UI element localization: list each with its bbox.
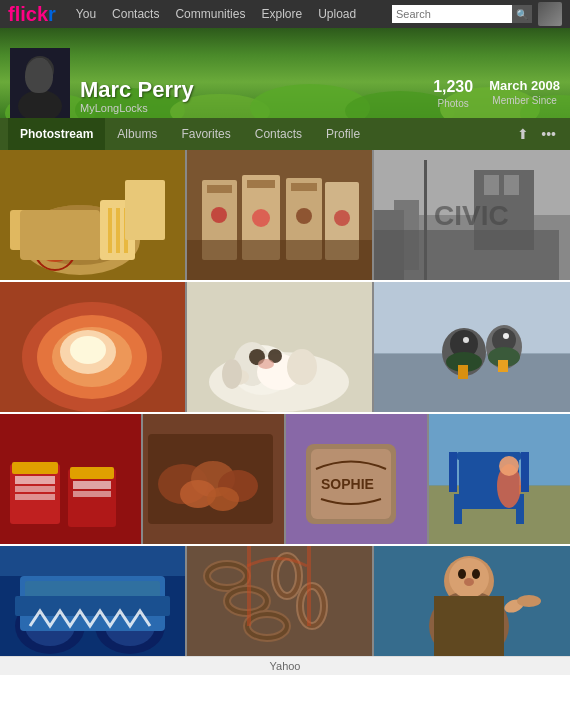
photo-monster-truck[interactable] [0, 546, 185, 656]
svg-rect-132 [307, 546, 311, 626]
subnav-albums[interactable]: Albums [105, 118, 169, 150]
member-date: March 2008 [489, 78, 560, 93]
logo-blue: r [48, 3, 56, 25]
svg-point-139 [472, 569, 480, 579]
photo-duck[interactable] [374, 282, 570, 412]
profile-username: MyLongLocks [80, 102, 194, 114]
svg-point-61 [222, 359, 242, 389]
photo-svg-10 [429, 414, 570, 544]
svg-rect-131 [247, 546, 251, 626]
photo-row-1: CIVIC [0, 150, 570, 280]
svg-rect-26 [247, 180, 275, 188]
profile-avatar[interactable] [10, 48, 70, 118]
subnav-profile[interactable]: Profile [314, 118, 372, 150]
photo-svg-4 [0, 282, 185, 412]
nav-you[interactable]: You [68, 0, 104, 28]
photo-sophie-badge[interactable]: SOPHIE [286, 414, 427, 544]
photo-bowl[interactable] [0, 282, 185, 412]
sub-navigation: Photostream Albums Favorites Contacts Pr… [0, 118, 570, 150]
photo-blue-chair[interactable] [429, 414, 570, 544]
svg-rect-18 [124, 208, 128, 253]
svg-rect-81 [15, 486, 55, 492]
svg-rect-106 [449, 452, 457, 492]
svg-rect-82 [15, 494, 55, 500]
yahoo-footer: Yahoo [0, 656, 570, 675]
avatar-svg [10, 48, 70, 118]
svg-point-140 [464, 578, 474, 586]
svg-rect-23 [207, 185, 232, 193]
photo-svg-11 [0, 546, 185, 656]
more-icon[interactable]: ••• [535, 126, 562, 142]
nav-contacts[interactable]: Contacts [104, 0, 167, 28]
svg-point-19 [35, 230, 75, 270]
svg-point-10 [30, 58, 50, 78]
stats-row: 1,230 Photos March 2008 Member Since [433, 78, 560, 110]
svg-point-32 [334, 210, 350, 226]
profile-stats: 1,230 Photos March 2008 Member Since [433, 78, 560, 110]
svg-point-143 [517, 595, 541, 607]
svg-rect-43 [374, 230, 559, 280]
svg-rect-17 [116, 208, 120, 253]
svg-point-138 [458, 569, 466, 579]
user-avatar-small[interactable] [538, 2, 562, 26]
photo-sandwich[interactable] [0, 150, 185, 280]
svg-rect-39 [484, 175, 499, 195]
svg-rect-104 [454, 494, 462, 524]
svg-point-24 [211, 207, 227, 223]
svg-rect-79 [12, 462, 58, 474]
subnav-contacts[interactable]: Contacts [243, 118, 314, 150]
photo-svg-7 [0, 414, 141, 544]
photos-label: Photos [438, 98, 469, 109]
svg-rect-84 [70, 467, 114, 479]
svg-rect-75 [458, 365, 463, 379]
svg-point-59 [258, 359, 274, 369]
svg-point-8 [26, 56, 54, 84]
search-button[interactable]: 🔍 [512, 5, 532, 23]
profile-info: Marc Perry MyLongLocks [80, 78, 194, 118]
svg-rect-69 [498, 360, 503, 372]
svg-rect-76 [463, 365, 468, 379]
svg-rect-16 [108, 208, 112, 253]
svg-rect-86 [73, 491, 111, 497]
photo-svg-13 [374, 546, 570, 656]
svg-rect-141 [434, 596, 504, 656]
share-icon[interactable]: ⬆ [511, 126, 535, 142]
svg-point-109 [499, 456, 519, 476]
photo-svg-2 [187, 150, 372, 280]
subnav-favorites[interactable]: Favorites [169, 118, 242, 150]
svg-rect-33 [187, 240, 372, 280]
member-since-stat: March 2008 Member Since [489, 78, 560, 110]
photo-coffee-bags[interactable] [187, 150, 372, 280]
photo-jars[interactable] [0, 414, 141, 544]
svg-rect-70 [503, 360, 508, 372]
photo-row-4 [0, 546, 570, 656]
profile-section: Marc Perry MyLongLocks [0, 48, 204, 118]
photo-row-2 [0, 282, 570, 412]
photos-stat: 1,230 Photos [433, 78, 473, 110]
svg-point-67 [503, 333, 509, 339]
svg-rect-40 [504, 175, 519, 195]
photo-roasted[interactable] [143, 414, 284, 544]
photo-svg-12 [187, 546, 372, 656]
nav-communities[interactable]: Communities [167, 0, 253, 28]
nav-explore[interactable]: Explore [253, 0, 310, 28]
flickr-logo[interactable]: flickr [8, 3, 56, 26]
photo-row-3: SOPHIE [0, 414, 570, 544]
photo-svg-3: CIVIC [374, 150, 570, 280]
photo-puppy[interactable] [187, 282, 372, 412]
svg-point-20 [39, 238, 71, 262]
photo-street[interactable]: CIVIC [374, 150, 570, 280]
photo-man-portrait[interactable] [374, 546, 570, 656]
svg-text:CIVIC: CIVIC [434, 200, 509, 231]
svg-rect-107 [521, 452, 529, 492]
logo-pink: flick [8, 3, 48, 25]
svg-text:SOPHIE: SOPHIE [321, 476, 374, 492]
profile-name: Marc Perry [80, 78, 194, 102]
photo-svg-8 [143, 414, 284, 544]
photos-count: 1,230 [433, 78, 473, 96]
subnav-photostream[interactable]: Photostream [8, 118, 105, 150]
search-input[interactable] [392, 5, 512, 23]
svg-point-27 [252, 209, 270, 227]
photo-chains[interactable] [187, 546, 372, 656]
nav-upload[interactable]: Upload [310, 0, 364, 28]
